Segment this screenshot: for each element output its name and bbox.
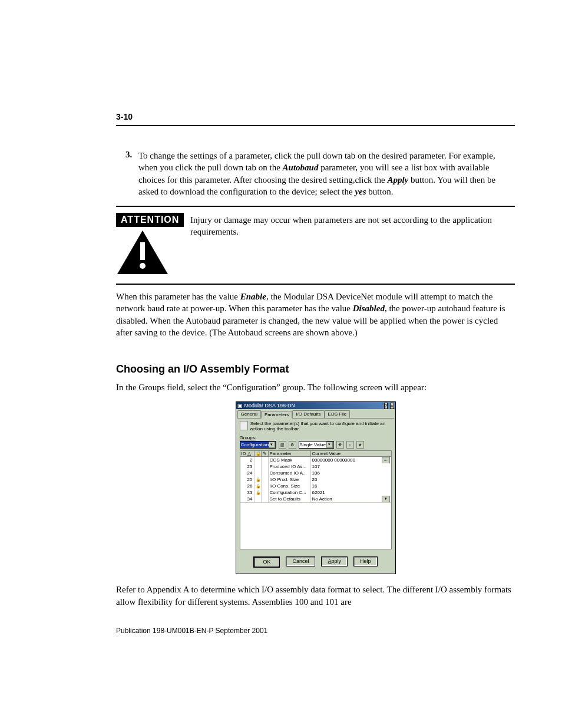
dialog-titlebar: ▣ Modular DSA 198-DN ? × [236, 402, 395, 409]
col-parameter[interactable]: Parameter [269, 451, 311, 456]
grid-empty-area [240, 502, 391, 549]
toolbar-icon-4[interactable]: ↕ [346, 441, 354, 449]
chevron-down-icon: ▾ [326, 442, 333, 448]
chevron-down-icon[interactable]: ▾ [382, 496, 390, 502]
attention-label: ATTENTION [116, 213, 184, 227]
ellipsis-button[interactable]: … [382, 457, 390, 463]
toolbar-icon-5[interactable]: ★ [356, 441, 364, 449]
step-3: 3. To change the settings of a parameter… [125, 150, 515, 197]
table-row[interactable]: 25🔒I/O Prod. Size20 [240, 476, 391, 483]
step-text: To change the settings of a parameter, c… [138, 150, 515, 197]
top-rule [116, 125, 515, 126]
table-row[interactable]: 23Produced IO As...107 [240, 463, 391, 470]
col-id[interactable]: ID △ [240, 451, 254, 456]
groups-dropdown[interactable]: Configuration▾ [240, 441, 276, 449]
chevron-down-icon: ▾ [269, 442, 275, 448]
groups-label: Groups: [240, 435, 392, 440]
col-flag[interactable]: ✎ [262, 451, 269, 456]
table-row[interactable]: 33🔒Configuration C...62021 [240, 489, 391, 496]
parameter-grid: ID △ 🔒 ✎ Parameter Current Value 2COS Ma… [240, 450, 392, 549]
attention-text: Injury or damage may occur when paramete… [190, 213, 515, 238]
view-dropdown[interactable]: Single Value▾ [299, 441, 334, 449]
device-icon [240, 421, 248, 430]
svg-rect-1 [140, 242, 145, 260]
table-row[interactable]: 26🔒I/O Cons. Size16 [240, 483, 391, 489]
svg-point-2 [140, 263, 146, 269]
paragraph-intro: In the Groups field, select the “Configu… [116, 381, 515, 393]
mid-rule-1 [116, 206, 515, 207]
tab-parameters[interactable]: Parameters [261, 411, 292, 419]
help-button[interactable]: ? [384, 403, 388, 409]
tab-io-defaults[interactable]: I/O Defaults [292, 410, 324, 418]
col-value[interactable]: Current Value [311, 451, 391, 456]
warning-triangle-icon [116, 229, 169, 275]
ok-button[interactable]: OK [253, 556, 280, 568]
dialog-title: Modular DSA 198-DN [244, 403, 296, 409]
apply-button[interactable]: Apply [321, 556, 348, 566]
table-row[interactable]: 2COS Mask00000000 00000000… [240, 457, 391, 463]
table-row[interactable]: 24Consumed IO A...106 [240, 470, 391, 476]
tab-eds-file[interactable]: EDS File [325, 410, 351, 418]
close-button[interactable]: × [390, 403, 394, 409]
toolbar-icon-2[interactable]: ⚙ [289, 441, 296, 449]
dialog-instruction: Select the parameter(s) that you want to… [250, 421, 392, 431]
mid-rule-2 [116, 284, 515, 285]
table-row[interactable]: 34Set to DefaultsNo Action▾ [240, 496, 391, 502]
paragraph-autobaud: When this parameter has the value Enable… [116, 291, 515, 338]
dialog-icon: ▣ [237, 403, 243, 409]
toolbar-icon-3[interactable]: 👁 [336, 441, 344, 449]
section-heading: Choosing an I/O Assembly Format [116, 363, 515, 375]
toolbar-icon-1[interactable]: ▥ [279, 441, 286, 449]
page-number: 3-10 [116, 112, 515, 121]
tabs-row: General Parameters I/O Defaults EDS File [237, 410, 394, 419]
tab-general[interactable]: General [237, 410, 261, 418]
paragraph-appendix: Refer to Appendix A to determine which I… [116, 584, 515, 608]
config-dialog: ▣ Modular DSA 198-DN ? × General Paramet… [236, 401, 396, 574]
col-lock[interactable]: 🔒 [254, 451, 262, 456]
help-button-bottom[interactable]: Help [353, 556, 378, 566]
attention-block: ATTENTION Injury or damage may occur whe… [116, 213, 515, 275]
cancel-button[interactable]: Cancel [286, 556, 315, 566]
publication-line: Publication 198-UM001B-EN-P September 20… [116, 627, 515, 635]
step-number: 3. [125, 150, 138, 197]
